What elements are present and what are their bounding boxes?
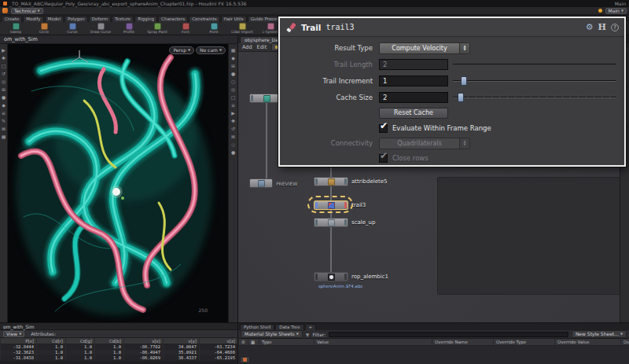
help-icon[interactable]: ?	[611, 24, 619, 31]
desktop-dropdown[interactable]: Main ▼	[605, 8, 627, 14]
close-rows-checkbox[interactable]: ✔	[379, 154, 388, 163]
shade-icon[interactable]: ●	[231, 72, 235, 76]
filter-icon[interactable]: ▼	[306, 332, 310, 337]
shelf-tab[interactable]: Texture	[112, 16, 134, 22]
trail-increment-slider[interactable]	[453, 75, 616, 86]
trail-length-field[interactable]: 2	[379, 59, 448, 70]
wire-icon[interactable]: ○	[231, 79, 235, 84]
dot-tool-icon[interactable]: ●	[2, 95, 6, 100]
node-scale-up[interactable]: scale_up	[314, 218, 375, 227]
node-flag-right[interactable]	[344, 219, 347, 226]
shelf-tool[interactable]: Profile	[116, 23, 142, 34]
connectivity-dropdown[interactable]: Quadrilaterals ▲▼	[379, 138, 470, 149]
shelf-tool[interactable]: Font	[172, 23, 199, 34]
dot2-icon[interactable]: ●	[231, 150, 235, 155]
node-flag-left[interactable]	[315, 178, 318, 185]
column-header[interactable]: v[z]	[199, 338, 237, 344]
node-body[interactable]	[314, 177, 348, 186]
layout-icon[interactable]: ▦	[231, 48, 236, 53]
pencil-tool-icon[interactable]: ✎	[2, 119, 6, 123]
shelf-tab[interactable]: Polygon	[64, 16, 88, 22]
gear-icon[interactable]: ⚙	[586, 23, 594, 31]
box-tool-icon[interactable]: □	[2, 64, 6, 68]
viewport-canvas[interactable]: Persp ▼ No cam ▼ 250	[8, 44, 228, 322]
node-name-field[interactable]: trail3	[326, 23, 580, 31]
camera-select-button[interactable]: No cam ▼	[196, 46, 226, 54]
filter-input[interactable]	[329, 332, 568, 337]
square-icon[interactable]: □	[231, 95, 236, 100]
shelf-tool[interactable]: Curve	[59, 23, 86, 34]
column-header[interactable]: Cd[g]	[65, 338, 94, 344]
network-edit-menu[interactable]: Edit	[257, 44, 267, 50]
pane-corner-icon[interactable]	[240, 356, 250, 363]
viewport-pane-title[interactable]: om_with_Sim	[0, 35, 237, 44]
column-header[interactable]: Override Type	[493, 339, 554, 345]
node-body[interactable]	[314, 218, 348, 227]
cache-size-slider[interactable]	[453, 92, 616, 103]
node-trail3[interactable]: trail3	[314, 200, 366, 210]
node-rop-alembic1[interactable]: rop_alembic1 sphereAnim.$F4.abc	[314, 272, 388, 281]
shelf-tool[interactable]: Draw Curve	[87, 23, 114, 34]
column-header[interactable]: Override Name	[432, 339, 493, 345]
node-flag-left[interactable]	[315, 219, 318, 226]
rotate-tool-icon[interactable]: ↺	[2, 72, 6, 76]
node-flag-right[interactable]	[344, 178, 347, 185]
add-icon[interactable]: ✚	[231, 119, 235, 123]
node-flag-right[interactable]	[344, 202, 347, 208]
tab-python-shell[interactable]: Python Shell	[240, 324, 274, 330]
trail-increment-field[interactable]: 1	[379, 75, 448, 86]
menu-icon[interactable]: ≡	[231, 103, 235, 108]
node-flag-left[interactable]	[315, 274, 318, 280]
node-flag-right[interactable]	[344, 274, 347, 280]
stylesheet-body[interactable]	[238, 346, 629, 364]
table-row[interactable]: -32.8444 1.0 1.0 1.0 -86.7702 34.0647 -6…	[0, 344, 237, 350]
shelf-tab[interactable]: Rigging	[134, 16, 157, 22]
result-type-dropdown[interactable]: Compute Velocity ▲▼	[379, 42, 470, 54]
slider-handle[interactable]	[461, 76, 467, 86]
houdini-logo-icon[interactable]	[2, 8, 8, 13]
shelf-tool[interactable]: Lidar Import	[229, 23, 256, 34]
play-icon[interactable]: ▶	[231, 111, 235, 116]
column-header[interactable]: Cd[r]	[36, 338, 65, 344]
pattern-tool-icon[interactable]: ▦	[2, 134, 6, 139]
shelf-tool[interactable]: Point	[200, 23, 227, 34]
tab-data-tree[interactable]: Data Tree	[275, 324, 303, 330]
spinner-arrows-icon[interactable]: ▲▼	[459, 43, 469, 53]
column-header[interactable]: v[y]	[163, 338, 199, 344]
node-body[interactable]	[314, 272, 348, 281]
cache-size-field[interactable]: 2	[379, 92, 448, 103]
new-stylesheet-button[interactable]: New Style Sheet... ▼	[572, 330, 627, 338]
slider-handle[interactable]	[458, 93, 464, 102]
houdini-help-logo-icon[interactable]: H	[598, 22, 606, 32]
add-tab-button[interactable]: +	[305, 324, 317, 330]
refresh-icon[interactable]: ↺	[231, 127, 235, 131]
node-body[interactable]	[249, 178, 273, 188]
column-header[interactable]: Override Value	[554, 339, 620, 345]
column-header[interactable]: v[x]	[123, 338, 163, 344]
column-header[interactable]: Output	[620, 339, 629, 345]
close-icon[interactable]: ⊠	[231, 134, 235, 139]
shelf-tab[interactable]: Hair Utils	[221, 16, 247, 22]
shelf-tab[interactable]: Modify	[23, 16, 43, 22]
column-header[interactable]: Cd[b]	[94, 338, 123, 344]
diamond2-icon[interactable]: ◇	[231, 142, 235, 147]
shelf-tab[interactable]: Deform	[89, 16, 111, 22]
node-flag-left[interactable]	[315, 202, 318, 208]
move-tool-icon[interactable]: ✚	[2, 56, 6, 61]
table-row[interactable]: -31.8438 1.0 1.0 1.0 -86.0269 36.4337 -6…	[0, 355, 237, 361]
column-header[interactable]: Type	[259, 339, 314, 345]
shelf-tool[interactable]: Spray Paint	[144, 23, 171, 34]
column-header[interactable]: P[x]	[0, 338, 36, 344]
shelf-tab[interactable]: Model	[45, 16, 64, 22]
spreadsheet-view-dropdown[interactable]: View ▼	[3, 331, 24, 337]
node-preview[interactable]: PREVIEW	[249, 178, 297, 188]
evaluate-checkbox[interactable]: ✔	[379, 124, 388, 133]
table-row[interactable]: -32.3623 1.0 1.0 1.0 -86.4947 35.0921 -6…	[0, 350, 237, 355]
axis-gizmo[interactable]	[69, 49, 90, 68]
network-add-menu[interactable]: Add	[242, 44, 252, 50]
material-stylesheets-tab[interactable]: Material Style Sheets ▼	[241, 330, 303, 338]
close-tool-icon[interactable]: ⊠	[2, 127, 6, 131]
node-flag-left[interactable]	[251, 95, 253, 101]
grid-icon[interactable]: ⊞	[231, 64, 235, 68]
shelf-set-dropdown[interactable]: Technical ▼	[11, 8, 43, 14]
